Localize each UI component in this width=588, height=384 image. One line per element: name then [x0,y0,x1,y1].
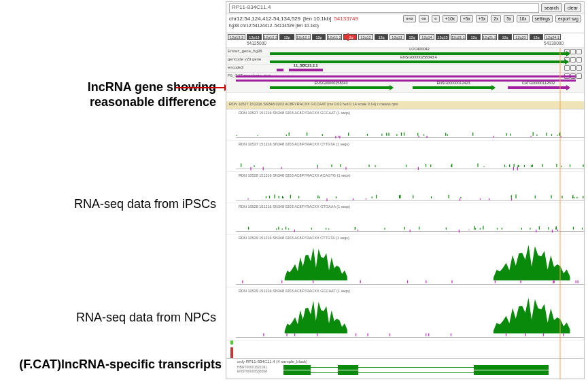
ideogram-band: 12q [375,34,388,40]
track-label: gencode v23 gene [228,57,261,61]
zoom-out-5[interactable]: 5x [504,15,514,22]
scale-right: 54130000 [544,41,564,48]
fcat-gene-model [236,365,584,374]
coord-bar: chr12:54,124,412-54,134,529 [len 10.1kb]… [226,14,584,33]
export-svg-button[interactable]: export svg [555,15,581,22]
fcat-track-label: only RP11-834C11.4 (4 sample_block) [237,360,307,364]
fcat-exon [283,370,311,375]
arrow-lncrna-pointer [175,87,228,88]
gene-model: ENSG00000012423 [413,86,494,89]
nav-left-2[interactable]: «« [419,15,429,22]
npc-lane: RDN 10529 151216 SN348 0203 AC8FYRACXX C… [226,234,584,287]
ideogram-band: 12q [343,34,357,40]
fcat-exon [338,365,358,370]
ideogram-band: 12q24.1 [544,34,561,40]
ideogram-band: 12q [467,34,481,40]
ipsc-lane: RDN 10528 151216 SN348 0203 AC8FYRACXX A… [226,172,584,203]
ideogram-band: 12p12.1 [296,34,311,40]
ideogram-band: 12q [498,34,512,40]
coverage-plot [236,179,584,203]
track-control-icon[interactable] [576,73,582,79]
wig-header: RDN 10527 151216 SN348 0203 AC8FYRACXX G… [226,101,584,109]
nav-left-1[interactable]: « [432,15,440,22]
label-lncrna-diff-line2: reasonable difference [90,95,216,109]
lane-label: RDN 10527 151216 SN348 0203 AC8FYRACXX C… [239,142,349,146]
fcat-exon [474,370,549,375]
track-label: encode3 [228,65,243,69]
ideogram: 12p13.312p1312p12.312p12p12.112p12p11.21… [226,33,584,41]
track-control-icon[interactable] [564,65,570,71]
fcat-intron [358,372,474,373]
lane-label: RDN 10528 151216 SN348 0203 AC8FYRACXX G… [239,205,350,209]
tracks-area: Entrez_gene_hg38LOC400042gencode v23 gen… [226,48,584,379]
gene-label: ENSG00000012423 [436,81,470,85]
gene-label: 11_SBC21.2.1 [294,63,318,67]
ideogram-band: 12p11.2 [327,34,342,40]
coverage-plot [236,239,584,283]
coord-extra: 54133749 [334,16,358,22]
track-control-icon[interactable] [576,57,582,63]
fcat-exon [474,365,549,370]
gene-label: ENSG00000258343 [314,81,347,85]
track-control-icon[interactable] [570,65,576,71]
zoom-in-10[interactable]: +10x [443,15,457,22]
fcat-intron [358,367,474,368]
lane-baseline [236,284,584,285]
scale-left: 54125000 [247,41,266,48]
zoom-in-3[interactable]: +3x [476,15,489,22]
ideogram-band: 12q [406,34,418,40]
ruler: 12p13.312p1312p12.312p12p12.112p12p11.21… [226,33,584,48]
fcat-exon [338,370,358,375]
coord-len: [len 10.1kb] [303,16,331,22]
scale: 54125000 54130000 [226,41,584,48]
view-marker [559,48,561,379]
zoom-in-5[interactable]: +5x [460,15,473,22]
fcat-exon [283,365,311,370]
ideogram-band: 12q12 [358,34,373,40]
rna-area: RDN 10527 151216 SN348 0203 AC8FYRACXX G… [226,109,584,341]
coverage-plot [236,147,584,171]
ideogram-band: 12q21.3 [482,34,497,40]
zoom-out-10[interactable]: 10x [517,15,529,22]
annotation-track: gencode v23 geneENSG00000258343.4 [226,56,584,65]
track-control-icon[interactable] [576,65,582,71]
ideogram-band: 12p [312,34,326,40]
track-controls[interactable] [564,65,582,71]
figure: lncRNA gene showing reasonable differenc… [0,0,588,384]
ideogram-band: 12q13 [390,34,404,40]
fcat-intron [311,372,338,373]
lane-label: RDN 10527 151216 SN348 0203 AC8FYRACXX G… [239,111,350,115]
settings-button[interactable]: settings [532,15,553,22]
ideogram-band: 12q23 [513,34,528,40]
zoom-out-2[interactable]: 2x [491,15,501,22]
annotation-tracks: Entrez_gene_hg38LOC400042gencode v23 gen… [226,48,584,93]
ideogram-band: 12q15 [436,34,449,40]
genome-browser: RP11-834C11.4 search clear chr12:54,124,… [226,1,585,379]
label-lncrna-diff: lncRNA gene showing reasonable differenc… [5,80,216,109]
label-ipsc: RNA-seq data from iPSCs [5,197,216,211]
annotation-track: encode311_SBC21.1.111_SBC21.2.1 [226,65,584,73]
lane-label: RDN 10528 151216 SN348 0203 AC8FYRACXX A… [239,173,350,177]
ideogram-band: 12q [530,34,543,40]
lane-baseline [236,337,584,338]
gene-model [277,69,283,71]
coverage-plot [236,210,584,234]
gene-label: CATG00000112502 [522,81,555,85]
search-bar: RP11-834C11.4 search clear [226,2,584,14]
ideogram-band: 12q14 [419,34,434,40]
fcat-intron [311,367,338,368]
ideogram-band: 12q21.1 [451,34,466,40]
ipsc-lane: RDN 10528 151216 SN348 0203 AC8FYRACXX G… [226,203,584,234]
clear-button[interactable]: clear [564,3,581,12]
coverage-plot [236,116,584,140]
gene-label: LOC400042 [409,47,430,51]
label-npc: RNA-seq data from NPCs [5,311,216,325]
search-input[interactable]: RP11-834C11.4 [229,3,539,13]
track-control-icon[interactable] [576,49,582,54]
npc-lane: RDN 10529 151216 SN348 0203 AC8FYRACXX G… [226,287,584,341]
coverage-plot [236,292,584,336]
search-button[interactable]: search [541,3,562,12]
nav-left-3[interactable]: ««« [403,15,416,22]
gene-model: ENSG00000258343 [270,86,392,89]
label-fcat: (F.CAT)lncRNA-specific transcripts [0,357,222,372]
